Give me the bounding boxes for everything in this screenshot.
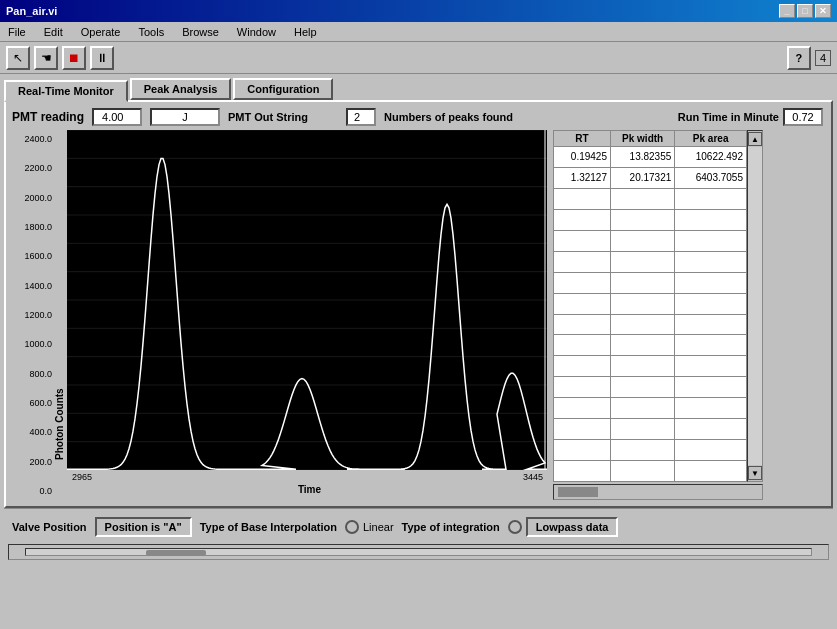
table-area: RT Pk width Pk area 0.1942513.8235510622… [553,130,763,500]
col-pk-area: Pk area [675,131,747,147]
table-cell [675,293,747,314]
x-min-label: 2965 [72,472,92,482]
y-axis-title: Photon Counts [54,140,65,460]
hand-tool-button[interactable]: ☚ [34,46,58,70]
minimize-button[interactable]: _ [779,4,795,18]
pmt-out-string-label: PMT Out String [228,111,308,123]
tab-bar: Real-Time Monitor Peak Analysis Configur… [4,78,833,100]
table-cell [554,377,611,398]
bottom-scrollbar[interactable] [8,544,829,560]
x-axis-title: Time [54,484,547,495]
chart-canvas [67,130,547,470]
main-content: Real-Time Monitor Peak Analysis Configur… [0,74,837,629]
table-cell [610,188,674,209]
y-tick-400: 400.0 [14,427,52,437]
arrow-tool-button[interactable]: ↖ [6,46,30,70]
menu-browse[interactable]: Browse [178,25,223,39]
table-cell [675,314,747,335]
table-cell [610,461,674,482]
table-cell [675,188,747,209]
table-cell [610,209,674,230]
y-tick-2400: 2400.0 [14,134,52,144]
toolbar: ↖ ☚ ⏹ ⏸ ? 4 [0,42,837,74]
table-cell [610,356,674,377]
table-cell [675,377,747,398]
y-tick-0: 0.0 [14,486,52,496]
tab-realtime[interactable]: Real-Time Monitor [4,80,128,102]
title-bar: Pan_air.vi _ □ ✕ [0,0,837,22]
maximize-button[interactable]: □ [797,4,813,18]
table-cell [610,335,674,356]
interp-indicator: Linear [345,520,394,534]
chart-table-row: 2400.0 2200.0 2000.0 1800.0 1600.0 1400.… [12,130,825,500]
stop-button[interactable]: ⏹ [62,46,86,70]
num-peaks-value: 2 [346,108,376,126]
table-cell: 10622.492 [675,147,747,168]
table-cell [554,440,611,461]
table-cell [675,356,747,377]
pause-button[interactable]: ⏸ [90,46,114,70]
valve-position-value: Position is "A" [95,517,192,537]
table-cell [610,398,674,419]
y-tick-2200: 2200.0 [14,163,52,173]
tab-configuration[interactable]: Configuration [233,78,333,100]
interp-label: Type of Base Interpolation [200,521,337,533]
table-cell [554,230,611,251]
close-button[interactable]: ✕ [815,4,831,18]
table-cell [610,377,674,398]
scroll-up-button[interactable]: ▲ [748,132,762,146]
bottom-scroll-track [25,548,812,556]
y-tick-2000: 2000.0 [14,193,52,203]
y-axis-labels: 2400.0 2200.0 2000.0 1800.0 1600.0 1400.… [12,130,54,500]
tab-peak-analysis[interactable]: Peak Analysis [130,78,232,100]
menu-tools[interactable]: Tools [134,25,168,39]
table-cell [675,272,747,293]
y-tick-800: 800.0 [14,369,52,379]
interp-value: Linear [363,521,394,533]
table-cell [675,209,747,230]
table-cell [675,251,747,272]
window-controls[interactable]: _ □ ✕ [779,4,831,18]
x-axis-labels: 2965 3445 [54,470,547,484]
col-rt: RT [554,131,611,147]
y-tick-1000: 1000.0 [14,339,52,349]
table-cell [675,419,747,440]
menu-operate[interactable]: Operate [77,25,125,39]
table-cell [675,461,747,482]
x-max-label: 3445 [523,472,543,482]
y-tick-1200: 1200.0 [14,310,52,320]
menu-help[interactable]: Help [290,25,321,39]
y-tick-1800: 1800.0 [14,222,52,232]
table-cell [610,293,674,314]
integration-label: Type of integration [402,521,500,533]
status-bar: Valve Position Position is "A" Type of B… [4,508,833,544]
menu-window[interactable]: Window [233,25,280,39]
scroll-down-button[interactable]: ▼ [748,466,762,480]
table-with-scroll: RT Pk width Pk area 0.1942513.8235510622… [553,130,763,482]
table-cell [610,419,674,440]
menu-edit[interactable]: Edit [40,25,67,39]
help-button[interactable]: ? [787,46,811,70]
chart-wrapper: 2400.0 2200.0 2000.0 1800.0 1600.0 1400.… [12,130,547,500]
table-cell [554,356,611,377]
table-scrollbar[interactable]: ▲ ▼ [747,130,763,482]
tab-panel: Run Time in Minute 0.72 PMT reading 4.00… [4,100,833,508]
col-pk-width: Pk width [610,131,674,147]
table-cell [554,188,611,209]
menu-bar: File Edit Operate Tools Browse Window He… [0,22,837,42]
table-cell [554,335,611,356]
num-peaks-label: Numbers of peaks found [384,111,513,123]
y-tick-600: 600.0 [14,398,52,408]
h-scrollbar[interactable] [553,484,763,500]
badge-number: 4 [815,50,831,66]
y-tick-1400: 1400.0 [14,281,52,291]
menu-file[interactable]: File [4,25,30,39]
integration-radio-icon [508,520,522,534]
h-scroll-thumb [558,487,598,497]
y-tick-1600: 1600.0 [14,251,52,261]
table-cell: 20.17321 [610,167,674,188]
table-cell [554,209,611,230]
table-cell [610,440,674,461]
table-cell [675,440,747,461]
run-time-value: 0.72 [783,108,823,126]
